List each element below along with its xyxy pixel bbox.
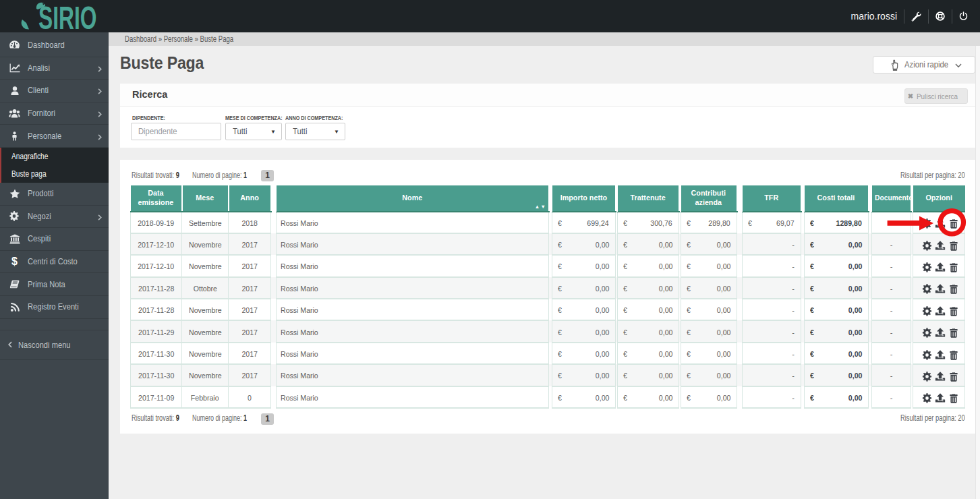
svg-text:SIRIO: SIRIO xyxy=(38,0,96,32)
